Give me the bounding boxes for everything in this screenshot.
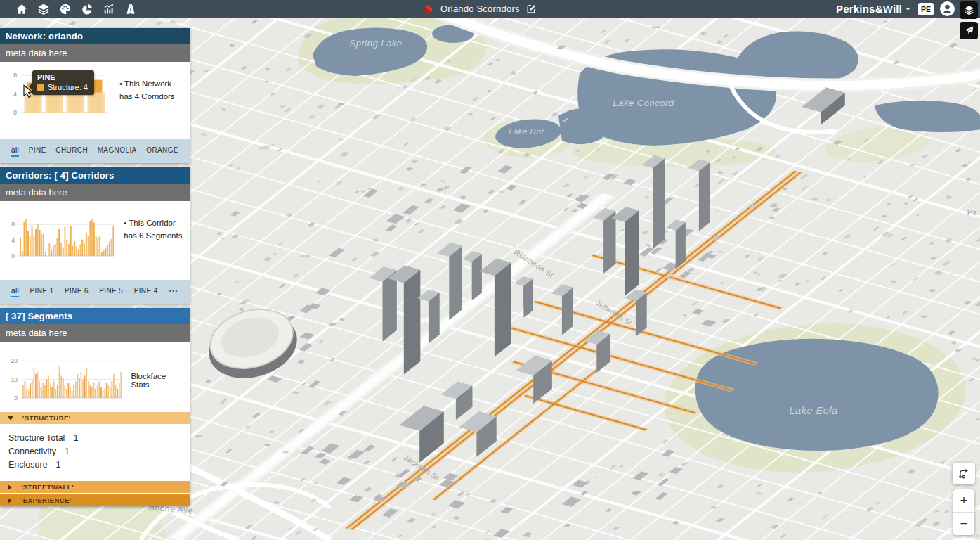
accordion-header-experience[interactable]: 'EXPERIENCE' [0,494,190,506]
svg-text:Lake Dot: Lake Dot [509,127,544,136]
svg-text:0: 0 [14,394,18,401]
accordion-header-streetwall[interactable]: 'STREETWALL' [0,481,190,493]
corridor-chart-block: 048 This Corridor has 6 Segments [0,201,190,280]
network-meta-bar: meta data here [0,44,190,62]
segments-chart-block: 01020 Blockface Stats [0,342,190,412]
zoom-out-button[interactable]: − [953,513,974,535]
corridor-tab-church[interactable]: CHURCH [55,146,88,157]
workspace-badge[interactable]: PE [918,3,934,15]
mouse-cursor [22,84,33,101]
segments-section: [ 37] Segments meta data here 01020 Bloc… [0,308,190,506]
svg-text:4: 4 [13,91,17,98]
map-layers-button[interactable] [960,1,978,19]
home-icon[interactable] [15,3,28,15]
tooltip-title: PINE [37,73,88,82]
corridor-tab-pine[interactable]: PINE [29,146,46,157]
accordion-label: 'STRUCTURE' [22,414,71,422]
map-zoom-control: + − [953,489,974,535]
metric-row-enclosure: Enclosure1 [8,460,190,470]
route-tool-button[interactable] [953,463,975,484]
network-chart-block: 048 PINE Structure: 4 This Network has 4… [0,62,190,139]
corridor-tab-all[interactable]: all [11,146,19,157]
corridor-bar-chart[interactable]: 048 [3,208,114,269]
blockface-chart[interactable]: 01020 [3,349,124,408]
road-icon[interactable] [124,3,137,15]
metric-row-connectivity: Connectivity1 [8,446,190,456]
segment-tab-pine-4[interactable]: PINE 4 [134,287,158,297]
user-avatar[interactable] [940,1,955,16]
segments-meta-bar: meta data here [0,324,190,342]
svg-text:8: 8 [13,72,17,79]
svg-text:10: 10 [11,376,18,383]
project-title-group: Orlando Scorridors [422,0,537,18]
segment-tab-pine-1[interactable]: PINE 1 [30,287,54,297]
svg-text:Pa: Pa [967,208,978,217]
zoom-in-button[interactable]: + [953,489,974,512]
metric-label: Structure Total [8,433,65,443]
project-title: Orlando Scorridors [440,4,520,14]
segment-tab-all[interactable]: all [11,287,19,297]
trend-chart-icon[interactable] [103,3,115,15]
svg-text:Lake Eola: Lake Eola [790,405,838,416]
accordion-header-structure[interactable]: 'STRUCTURE' [0,412,190,424]
app-logo-icon [422,3,434,15]
pie-chart-icon[interactable] [81,3,93,15]
segment-tab-pine-6[interactable]: PINE 6 [65,287,89,297]
corridors-section: Corridors: [ 4] Corridors meta data here… [0,167,190,304]
metric-value: 1 [56,460,61,470]
svg-text:20: 20 [11,357,18,364]
brand-menu[interactable]: Perkins&Will [836,3,912,15]
top-navbar: Orlando Scorridors Perkins&Will PE [0,0,980,18]
corridors-meta-bar: meta data here [0,184,190,201]
chevron-down-icon [904,3,912,15]
metric-label: Connectivity [8,446,56,456]
tooltip-value: Structure: 4 [48,83,88,91]
metrics-accordion: 'STRUCTURE'Structure Total1Connectivity1… [0,412,190,506]
accordion-label: 'EXPERIENCE' [21,496,72,504]
svg-text:0: 0 [13,109,17,116]
segment-more-button[interactable]: ⋯ [169,285,178,299]
tooltip-swatch [37,84,44,91]
segment-tab-pine-5[interactable]: PINE 5 [99,287,123,297]
accordion-body: Structure Total1Connectivity1Enclosure1 [0,424,190,480]
palette-icon[interactable] [59,3,72,15]
corridors-header: Corridors: [ 4] Corridors [0,167,190,184]
nav-icon-group [0,3,137,15]
network-section: Network: orlando meta data here 048 PINE… [0,28,190,163]
corridor-filter-tabs: allPINECHURCHMAGNOLIAORANGE [0,139,190,163]
network-header: Network: orlando [0,28,190,44]
blockface-stats-label: Blockface Stats [131,372,185,389]
caret-right-icon [8,484,12,490]
svg-text:Spring Lake: Spring Lake [350,38,403,49]
metric-row-structure-total: Structure Total1 [8,433,190,443]
network-note: This Network has 4 Corridors [119,77,184,139]
caret-down-icon [8,416,13,420]
nav-right-group: Perkins&Will PE [836,0,955,18]
metric-value: 1 [73,433,78,443]
app-root: Spring LakeLake ConcordLake DotLake Eola… [0,0,980,540]
metric-value: 1 [65,446,70,456]
corridor-tab-magnolia[interactable]: MAGNOLIA [98,146,137,157]
svg-text:4: 4 [11,237,15,244]
metric-label: Enclosure [8,460,48,470]
caret-right-icon [8,498,12,503]
layers-icon[interactable] [37,3,50,15]
corridor-tab-orange[interactable]: ORANGE [146,146,178,157]
corridor-note: This Corridor has 6 Segments [124,217,185,280]
brand-label: Perkins&Will [836,3,902,15]
segment-filter-tabs: allPINE 1PINE 6PINE 5PINE 4⋯ [0,280,190,304]
chart-tooltip: PINE Structure: 4 [32,70,94,95]
svg-text:0: 0 [11,252,15,259]
svg-text:8: 8 [11,221,15,228]
sidebar-panel: Network: orlando meta data here 048 PINE… [0,28,190,510]
edit-project-icon[interactable] [526,4,537,14]
share-location-button[interactable] [960,22,978,39]
segments-header: [ 37] Segments [0,308,190,324]
accordion-label: 'STREETWALL' [21,483,74,491]
svg-text:Lake Concord: Lake Concord [613,98,674,108]
